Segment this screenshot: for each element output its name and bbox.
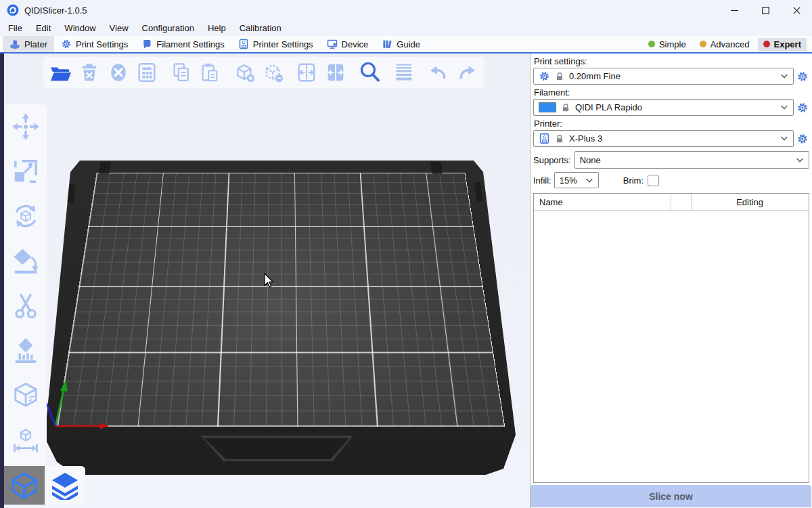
3d-editor-view-button[interactable] <box>4 466 45 505</box>
mode-label: Expert <box>774 39 801 49</box>
cut-tool-button[interactable] <box>11 291 41 321</box>
split-to-parts-icon <box>325 62 346 83</box>
menu-calibration[interactable]: Calibration <box>233 20 288 36</box>
gear-icon <box>539 70 550 82</box>
redo-button[interactable] <box>455 61 479 84</box>
tab-label: Guide <box>397 39 420 49</box>
brim-checkbox[interactable] <box>648 175 659 186</box>
tab-guide[interactable]: Guide <box>375 36 427 52</box>
arrange-button[interactable] <box>135 61 158 84</box>
menu-configuration[interactable]: Configuration <box>135 20 201 36</box>
measure-icon <box>12 426 40 454</box>
minimize-button[interactable] <box>719 0 750 20</box>
filament-combo[interactable]: QIDI PLA Rapido <box>533 99 794 116</box>
search-button[interactable] <box>358 61 382 84</box>
undo-button[interactable] <box>426 61 450 84</box>
lock-icon <box>555 134 564 144</box>
printer-combo[interactable]: X-Plus 3 <box>533 130 794 147</box>
printer-icon <box>238 39 249 49</box>
split-to-objects-icon <box>296 62 317 83</box>
chevron-down-icon <box>585 177 593 184</box>
seam-icon <box>12 381 40 410</box>
delete-button[interactable] <box>77 61 101 84</box>
gear-icon <box>796 102 809 114</box>
plater-icon <box>9 39 20 49</box>
delete-all-button[interactable] <box>106 61 130 84</box>
tab-label: Plater <box>24 39 47 49</box>
mode-expert[interactable]: Expert <box>758 38 807 51</box>
split-to-parts-button[interactable] <box>323 61 347 84</box>
paint-supports-icon <box>12 337 40 365</box>
close-button[interactable] <box>781 0 812 20</box>
infill-label: Infill: <box>533 175 551 186</box>
copy-icon <box>171 62 192 83</box>
viewport-edge <box>0 54 4 508</box>
split-to-objects-button[interactable] <box>295 61 319 84</box>
infill-combo[interactable]: 15% <box>554 172 599 188</box>
variable-layer-height-button[interactable] <box>392 61 416 84</box>
add-instance-button[interactable] <box>232 61 256 84</box>
copy-button[interactable] <box>169 61 193 84</box>
measure-tool-button[interactable] <box>11 425 41 455</box>
menu-bar: File Edit Window View Configuration Help… <box>0 20 812 36</box>
menu-edit[interactable]: Edit <box>29 20 58 36</box>
settings-sidebar: Print settings: 0.20mm Fine Filament: QI… <box>530 54 812 508</box>
object-list[interactable]: Name Editing <box>533 193 809 483</box>
scale-tool-button[interactable] <box>11 156 41 186</box>
mode-simple[interactable]: Simple <box>643 38 692 51</box>
open-button[interactable] <box>49 61 72 84</box>
filament-gear-button[interactable] <box>796 102 809 114</box>
trash-icon <box>78 62 100 83</box>
menu-help[interactable]: Help <box>201 20 233 36</box>
window-title: QIDISlicer-1.0.5 <box>24 5 87 16</box>
add-instance-icon <box>233 61 256 84</box>
remove-instance-button[interactable] <box>261 61 284 84</box>
move-icon <box>12 112 40 141</box>
paint-supports-tool-button[interactable] <box>11 336 41 366</box>
column-name: Name <box>534 197 563 207</box>
printer-gear-button[interactable] <box>796 133 809 145</box>
menu-window[interactable]: Window <box>58 20 102 36</box>
print-settings-gear-button[interactable] <box>796 70 809 83</box>
chevron-down-icon <box>780 135 788 142</box>
chevron-down-icon <box>780 73 788 79</box>
mode-advanced[interactable]: Advanced <box>694 38 755 51</box>
search-icon <box>358 60 382 85</box>
supports-combo[interactable]: None <box>574 151 809 169</box>
remove-instance-icon <box>261 61 284 84</box>
tab-printer-settings[interactable]: Printer Settings <box>231 36 320 52</box>
gear-icon <box>796 133 809 145</box>
move-tool-button[interactable] <box>11 112 41 142</box>
preview-view-button[interactable] <box>45 466 85 505</box>
rotate-icon <box>12 202 40 230</box>
menu-view[interactable]: View <box>103 20 135 36</box>
tab-print-settings[interactable]: Print Settings <box>54 36 135 52</box>
menu-file[interactable]: File <box>1 20 29 36</box>
place-on-face-tool-button[interactable] <box>11 246 41 276</box>
guide-icon <box>382 39 392 49</box>
tab-label: Filament Settings <box>156 39 224 49</box>
tab-label: Device <box>342 39 369 49</box>
rotate-tool-button[interactable] <box>11 201 41 231</box>
maximize-button[interactable] <box>750 0 781 20</box>
print-settings-value: 0.20mm Fine <box>569 71 621 81</box>
tab-device[interactable]: Device <box>320 36 376 52</box>
chevron-down-icon <box>796 157 804 163</box>
seam-tool-button[interactable] <box>11 381 41 410</box>
print-settings-combo[interactable]: 0.20mm Fine <box>533 68 794 85</box>
tab-bar: Plater Print Settings Filament Settings … <box>0 36 812 54</box>
undo-icon <box>428 62 449 83</box>
gear-icon <box>796 70 809 83</box>
paste-button[interactable] <box>198 61 221 84</box>
mode-label: Advanced <box>710 39 750 49</box>
cut-scissors-icon <box>12 292 40 320</box>
3d-editor-cube-icon <box>10 471 39 500</box>
slice-now-button[interactable]: Slice now <box>531 485 811 507</box>
mode-switcher: Simple Advanced Expert <box>643 36 812 52</box>
main-area: Print settings: 0.20mm Fine Filament: QI… <box>0 54 812 508</box>
tab-plater[interactable]: Plater <box>3 36 54 52</box>
preview-layers-icon <box>49 471 81 500</box>
scale-icon <box>12 157 40 186</box>
3d-viewport[interactable] <box>0 54 530 508</box>
tab-filament-settings[interactable]: Filament Settings <box>135 36 231 52</box>
